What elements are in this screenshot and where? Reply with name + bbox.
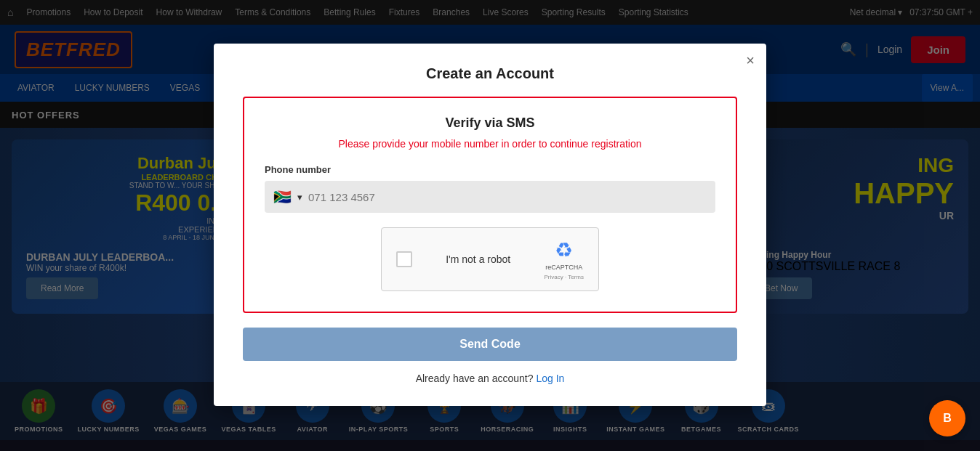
verify-description: Please provide your mobile number in ord…	[265, 138, 715, 150]
already-account-text: Already have an account? Log In	[243, 373, 737, 384]
phone-input[interactable]	[308, 191, 707, 203]
phone-input-container: 🇿🇦 ▾	[265, 181, 715, 213]
modal-backdrop: Create an Account × Verify via SMS Pleas…	[0, 0, 980, 440]
log-in-link[interactable]: Log In	[536, 373, 564, 384]
chat-bubble-button[interactable]: B	[929, 400, 965, 436]
send-code-button[interactable]: Send Code	[243, 328, 737, 361]
modal-title: Create an Account	[243, 65, 737, 82]
recaptcha-container: I'm not a robot ♻ reCAPTCHA Privacy · Te…	[265, 227, 715, 291]
recaptcha-swirl-icon: ♻	[555, 238, 573, 262]
verify-title: Verify via SMS	[265, 115, 715, 131]
verify-box: Verify via SMS Please provide your mobil…	[243, 97, 737, 313]
phone-number-label: Phone number	[265, 164, 715, 175]
country-flag: 🇿🇦	[273, 188, 292, 206]
recaptcha-widget[interactable]: I'm not a robot ♻ reCAPTCHA Privacy · Te…	[381, 227, 599, 291]
recaptcha-checkbox[interactable]	[396, 251, 412, 267]
recaptcha-label: I'm not a robot	[446, 253, 510, 265]
recaptcha-links: Privacy · Terms	[544, 274, 584, 280]
modal-close-button[interactable]: ×	[746, 52, 755, 69]
create-account-modal: Create an Account × Verify via SMS Pleas…	[214, 44, 766, 406]
recaptcha-brand-label: reCAPTCHA	[545, 264, 582, 272]
country-dropdown[interactable]: ▾	[297, 192, 302, 203]
recaptcha-logo: ♻ reCAPTCHA Privacy · Terms	[544, 238, 584, 280]
